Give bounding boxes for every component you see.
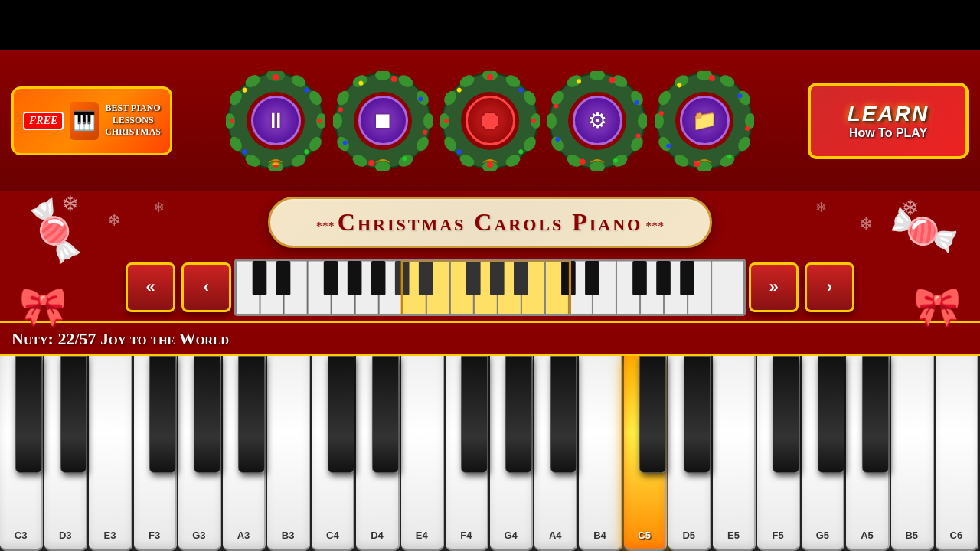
white-key-E5[interactable]: E5 [713, 356, 756, 551]
folder-button-wrap: 📁 [655, 71, 754, 171]
key-label-A4: A4 [549, 530, 562, 541]
stop-icon: ⏹ [372, 108, 394, 133]
mini-piano [234, 259, 746, 316]
key-label-C5: C5 [638, 530, 651, 541]
key-label-B4: B4 [593, 530, 606, 541]
key-label-D5: D5 [682, 530, 695, 541]
black-key[interactable] [684, 356, 710, 473]
key-label-F3: F3 [149, 530, 160, 541]
svg-rect-143 [585, 261, 599, 295]
piano-area: C3D3E3F3G3A3B3C4D4E4F4G4A4B4C5D5E5F5G5A5… [0, 356, 980, 551]
record-button[interactable]: ⏺ [466, 96, 515, 145]
black-key[interactable] [328, 356, 354, 473]
next-button[interactable]: › [805, 262, 854, 312]
black-key[interactable] [862, 356, 889, 473]
white-key-B4[interactable]: B4 [579, 356, 622, 551]
prev-fast-button[interactable]: « [126, 262, 175, 312]
title-banner: Christmas Carols Piano [268, 197, 712, 248]
title-text: Christmas Carols Piano [338, 208, 642, 236]
pause-button-wrap: ⏸ [226, 71, 325, 171]
key-label-A5: A5 [861, 530, 874, 541]
svg-rect-145 [656, 261, 671, 295]
black-key[interactable] [194, 356, 220, 473]
svg-rect-140 [490, 261, 505, 295]
white-key-C6[interactable]: C6 [936, 356, 978, 551]
black-key[interactable] [238, 356, 265, 473]
mini-piano-svg [237, 261, 743, 316]
white-key-B5[interactable]: B5 [891, 356, 934, 551]
svg-rect-141 [514, 261, 528, 295]
stop-button[interactable]: ⏹ [358, 96, 408, 145]
black-key[interactable] [818, 356, 844, 473]
pause-button[interactable]: ⏸ [251, 96, 301, 145]
key-label-D4: D4 [371, 530, 384, 541]
svg-rect-135 [348, 261, 362, 295]
white-key-E3[interactable]: E3 [89, 356, 132, 551]
prev-fast-icon: « [145, 277, 155, 297]
svg-rect-132 [253, 261, 267, 295]
learn-button[interactable]: LEARN How To PLAY [808, 83, 969, 159]
white-key-E4[interactable]: E4 [401, 356, 444, 551]
key-label-G4: G4 [504, 530, 517, 541]
key-label-E4: E4 [416, 530, 428, 541]
black-key[interactable] [15, 356, 42, 473]
learn-label-main: LEARN [848, 102, 929, 126]
black-key[interactable] [550, 356, 577, 473]
top-bar [0, 0, 980, 50]
white-key-B3[interactable]: B3 [267, 356, 310, 551]
prev-button[interactable]: ‹ [181, 262, 231, 312]
piano-nav-area: « ‹ [0, 253, 980, 321]
svg-point-63 [487, 161, 493, 168]
black-key[interactable] [773, 356, 799, 473]
piano-keyboard: C3D3E3F3G3A3B3C4D4E4F4G4A4B4C5D5E5F5G5A5… [0, 356, 980, 551]
black-key[interactable] [149, 356, 176, 473]
key-label-F4: F4 [460, 530, 472, 541]
settings-icon: ⚙ [588, 108, 607, 133]
lessons-label: BEST PIANO LESSONS CHRISTMAS [105, 103, 161, 139]
status-bar: Nuty: 22/57 Joy to the World [0, 321, 980, 356]
key-label-C4: C4 [326, 530, 339, 541]
key-label-C3: C3 [15, 530, 28, 541]
free-badge: FREE [23, 112, 64, 130]
title-area: Christmas Carols Piano [0, 191, 980, 253]
svg-point-15 [273, 74, 279, 80]
next-fast-button[interactable]: » [749, 262, 799, 312]
svg-rect-136 [371, 261, 386, 295]
svg-rect-146 [680, 261, 694, 295]
svg-point-59 [487, 74, 493, 80]
settings-button[interactable]: ⚙ [573, 96, 622, 145]
next-icon: › [827, 277, 832, 297]
settings-button-wrap: ⚙ [547, 71, 647, 171]
svg-point-65 [444, 119, 449, 123]
learn-label-sub: How To PLAY [849, 126, 927, 140]
stop-button-wrap: ⏹ [333, 71, 433, 171]
svg-rect-138 [419, 261, 433, 295]
black-key[interactable] [60, 356, 87, 473]
folder-icon: 📁 [692, 109, 717, 132]
key-label-G3: G3 [192, 530, 205, 541]
svg-rect-142 [561, 261, 576, 295]
folder-button[interactable]: 📁 [680, 96, 730, 145]
svg-rect-134 [324, 261, 338, 295]
free-lessons-button[interactable]: FREE 🎹 BEST PIANO LESSONS CHRISTMAS [11, 86, 172, 155]
record-button-wrap: ⏺ [440, 71, 540, 171]
key-label-B3: B3 [282, 530, 295, 541]
status-text: Nuty: 22/57 Joy to the World [11, 329, 229, 349]
lessons-icon: 🎹 [70, 102, 99, 140]
svg-rect-131 [712, 261, 743, 316]
key-label-A3: A3 [237, 530, 250, 541]
black-key[interactable] [461, 356, 488, 473]
key-label-F5: F5 [773, 530, 784, 541]
svg-point-21 [230, 119, 234, 123]
black-key[interactable] [505, 356, 532, 473]
key-label-E5: E5 [727, 530, 740, 541]
key-label-C6: C6 [950, 530, 963, 541]
record-icon: ⏺ [478, 106, 502, 135]
prev-icon: ‹ [204, 277, 209, 297]
key-label-E3: E3 [103, 530, 116, 541]
black-key[interactable] [372, 356, 399, 473]
key-label-D3: D3 [59, 530, 72, 541]
svg-rect-139 [466, 261, 481, 295]
black-key[interactable] [639, 356, 666, 473]
svg-rect-133 [276, 261, 291, 295]
